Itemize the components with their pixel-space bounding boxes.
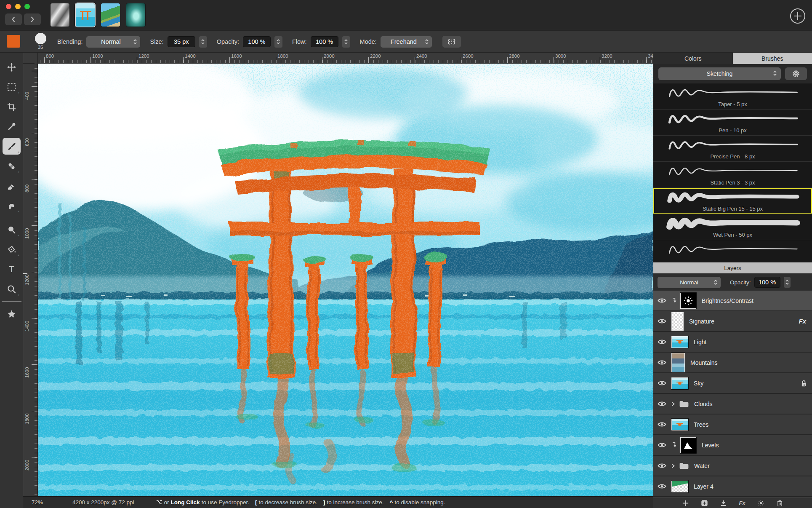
layer-visibility-toggle[interactable] (658, 421, 666, 428)
layer-visibility-toggle[interactable] (658, 359, 666, 366)
size-stepper[interactable] (199, 36, 207, 48)
brush-settings-button[interactable] (785, 67, 807, 80)
size-field[interactable]: 35 px (168, 36, 195, 47)
layer-visibility-toggle[interactable] (658, 483, 666, 489)
layer-row-water[interactable]: Water (653, 456, 812, 476)
layer-row-clouds[interactable]: Clouds (653, 394, 812, 414)
layer-thumbnail[interactable] (671, 312, 684, 331)
layer-visibility-toggle[interactable] (658, 339, 666, 345)
layer-opacity-field[interactable]: 100 % (754, 277, 780, 288)
layer-row-sky[interactable]: Sky (653, 373, 812, 393)
zoom-window-button[interactable] (24, 4, 30, 9)
layer-row-brightness-contrast[interactable]: Brightness/Contrast (653, 291, 812, 310)
brush-item[interactable] (653, 240, 812, 262)
layer-blend-dropdown[interactable]: Normal (658, 277, 721, 288)
brush-label: Pen - 10 px (719, 127, 747, 134)
healing-brush-tool[interactable]: › (3, 158, 21, 174)
color-picker-tool[interactable] (3, 118, 21, 135)
back-button[interactable] (5, 13, 22, 25)
brush-item-precise[interactable]: Precise Pen - 8 px (653, 135, 812, 161)
brush-item-taper[interactable]: Taper - 5 px (653, 83, 812, 109)
mode-dropdown[interactable]: Freehand (381, 36, 432, 48)
brush-item-pen[interactable]: Pen - 10 px (653, 109, 812, 135)
document-thumbnail-grayscale-photo[interactable] (51, 3, 69, 27)
ruler-label: 1800 (24, 413, 29, 424)
layer-visibility-toggle[interactable] (658, 318, 666, 324)
layer-visibility-toggle[interactable] (658, 297, 666, 304)
blending-dropdown[interactable]: Normal (86, 36, 140, 48)
add-pixel-layer-button[interactable] (701, 500, 708, 507)
adjustment-button[interactable] (757, 500, 764, 507)
zoom-tool[interactable]: › (3, 281, 21, 297)
lock-icon[interactable] (801, 380, 807, 387)
layer-row-light[interactable]: Light (653, 332, 812, 352)
size-label: Size: (150, 38, 163, 45)
vertical-ruler[interactable]: 400600800100012001400160018002000 (23, 64, 38, 496)
layer-visibility-toggle[interactable] (658, 401, 666, 407)
marquee-tool[interactable]: › (3, 78, 21, 95)
panel-tab-brushes[interactable]: Brushes (733, 53, 812, 64)
updown-chevron-icon (134, 40, 136, 44)
active-color-swatch[interactable] (7, 35, 20, 48)
horizontal-ruler[interactable]: 8001000120014001600180020002200240026002… (38, 53, 653, 64)
opacity-field[interactable]: 100 % (243, 36, 271, 47)
stepper-chevrons-icon (202, 40, 204, 44)
document-thumbnail-waterfall-photo[interactable] (126, 3, 145, 27)
layer-row-mountains[interactable]: Mountains (653, 353, 812, 372)
brightness-adjustment-thumbnail[interactable] (680, 293, 696, 309)
layer-thumbnail[interactable] (671, 481, 688, 492)
brush-stabiliser-button[interactable] (442, 36, 461, 48)
ruler-label: 2600 (463, 53, 474, 59)
layer-effects-button[interactable]: Fx (739, 500, 745, 506)
favorites-tool[interactable] (3, 305, 21, 322)
levels-adjustment-thumbnail[interactable] (680, 437, 696, 453)
forward-button[interactable] (24, 13, 41, 25)
brush-category-dropdown[interactable]: Sketching (658, 67, 781, 80)
move-tool[interactable] (3, 59, 21, 75)
shortcut-hint: ] to increase brush size. (323, 499, 384, 505)
layer-visibility-toggle[interactable] (658, 442, 666, 448)
document-thumbnail-coast-photo[interactable] (101, 3, 120, 27)
layer-row-layer-4[interactable]: Layer 4 (653, 476, 812, 496)
brush-item-static[interactable]: Static Pen 3 - 3 px (653, 161, 812, 187)
history-nav (5, 13, 41, 25)
layer-thumbnail[interactable] (671, 336, 688, 348)
panel-tab-colors[interactable]: Colors (653, 53, 733, 64)
zoom-tool-icon (7, 284, 16, 294)
layer-row-levels[interactable]: Levels (653, 435, 812, 455)
flood-fill-tool[interactable]: › (3, 241, 21, 258)
paint-brush-tool[interactable]: › (3, 138, 21, 155)
group-expand-chevron[interactable] (671, 401, 675, 406)
document-canvas[interactable] (38, 64, 653, 496)
text-tool[interactable] (3, 261, 21, 278)
layer-effects-badge[interactable]: Fx (799, 318, 806, 325)
delete-layer-button[interactable] (776, 500, 783, 507)
close-window-button[interactable] (6, 4, 11, 9)
layer-row-trees[interactable]: Trees (653, 414, 812, 434)
document-thumbnail-torii-painting[interactable] (76, 3, 95, 27)
brush-size-preview[interactable]: 35 (34, 33, 47, 50)
smudge-tool[interactable]: › (3, 197, 21, 214)
new-document-button[interactable] (789, 8, 806, 24)
add-layer-button[interactable] (682, 500, 689, 507)
layer-opacity-stepper[interactable] (784, 277, 791, 288)
layer-visibility-toggle[interactable] (658, 380, 666, 386)
layer-thumbnail[interactable] (671, 377, 688, 389)
opacity-stepper[interactable] (274, 36, 282, 48)
crop-tool[interactable] (3, 98, 21, 115)
brush-item-wet[interactable]: Wet Pen - 50 px (653, 214, 812, 240)
flow-field[interactable]: 100 % (311, 36, 338, 47)
dodge-tool[interactable]: › (3, 221, 21, 238)
eraser-tool[interactable] (3, 177, 21, 194)
layer-visibility-toggle[interactable] (658, 463, 666, 469)
chevron-right-icon (32, 17, 34, 22)
flow-stepper[interactable] (342, 36, 350, 48)
brush-item-static[interactable]: Static Big Pen 15 - 15 px (653, 187, 812, 214)
updown-chevron-icon (774, 71, 776, 75)
layer-row-signature[interactable]: SignatureFx (653, 311, 812, 331)
group-expand-chevron[interactable] (671, 463, 675, 468)
merge-down-button[interactable] (720, 500, 727, 507)
layer-thumbnail[interactable] (671, 353, 685, 372)
minimize-window-button[interactable] (15, 4, 21, 9)
layer-thumbnail[interactable] (671, 419, 688, 430)
